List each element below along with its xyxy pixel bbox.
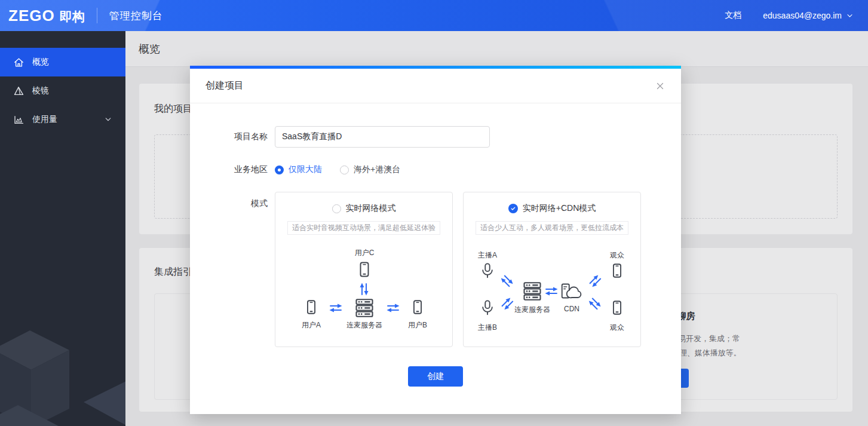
modal-header: 创建项目	[190, 69, 681, 103]
mode-description: 适合实时音视频互动场景，满足超低延迟体验	[287, 221, 440, 235]
account-email: edusaas04@zego.im	[763, 11, 842, 20]
phone-icon	[609, 262, 625, 279]
mode-row: 模式 实时网络模式 适合实时音视频互动场景，满足超低延迟体验 用户C	[214, 192, 657, 347]
sidebar-item-usage[interactable]: 使用量	[0, 105, 125, 134]
double-arrow-icon	[329, 301, 343, 315]
diagram-label-hostA: 主播A	[478, 250, 497, 260]
diagram-label-audience-bottom: 观众	[610, 323, 624, 333]
sidebar-item-prism[interactable]: 棱镜	[0, 76, 125, 105]
page-header: 概览	[125, 31, 868, 67]
project-name-row: 项目名称	[214, 126, 657, 148]
double-arrow-icon	[585, 271, 605, 291]
phone-icon	[355, 260, 373, 278]
microphone-icon	[479, 262, 496, 279]
region-row: 业务地区 仅限大陆 海外+港澳台	[214, 164, 657, 175]
zego-logo: ZEGO 即构	[0, 7, 85, 25]
radio-checked-icon	[508, 204, 518, 213]
create-project-modal: 创建项目 项目名称 业务地区 仅限大陆 海外+港澳台 模式	[190, 66, 681, 414]
page-title: 概览	[139, 42, 160, 56]
sidebar-item-label: 概览	[32, 57, 49, 68]
server-icon	[354, 297, 375, 318]
region-label: 业务地区	[214, 164, 268, 175]
modal-title: 创建项目	[206, 79, 244, 92]
topbar-divider	[97, 8, 97, 23]
diagram-label-userA: 用户A	[302, 320, 321, 330]
project-name-label: 项目名称	[214, 131, 268, 142]
radio-selected-icon	[275, 166, 284, 174]
sidebar-item-label: 使用量	[32, 114, 57, 125]
phone-icon	[409, 299, 426, 315]
double-arrow-icon	[544, 284, 559, 298]
diagram-label-cdn: CDN	[564, 305, 579, 313]
docs-link[interactable]: 文档	[725, 10, 741, 21]
topbar: ZEGO 即构 管理控制台 文档 edusaas04@zego.im	[0, 0, 868, 31]
chevron-down-icon	[104, 115, 112, 124]
server-icon	[522, 280, 543, 302]
sidebar-item-label: 棱镜	[32, 85, 49, 96]
close-icon[interactable]	[655, 81, 665, 91]
cdn-cloud-icon	[560, 282, 583, 300]
mode-label: 模式	[214, 192, 268, 209]
usage-chart-icon	[13, 114, 24, 125]
diagram-label-userC: 用户C	[355, 248, 375, 258]
double-arrow-icon	[585, 293, 605, 314]
radio-mainland-only[interactable]: 仅限大陆	[275, 164, 322, 175]
logo-text-en: ZEGO	[8, 7, 55, 25]
diagram-label-audience-top: 观众	[610, 250, 624, 260]
account-menu[interactable]: edusaas04@zego.im	[763, 11, 854, 20]
diagram-label-hostB: 主播B	[478, 323, 497, 333]
double-arrow-icon	[357, 282, 372, 296]
phone-icon	[609, 299, 625, 316]
mode-card-realtime[interactable]: 实时网络模式 适合实时音视频互动场景，满足超低延迟体验 用户C 用户A 连麦服务…	[275, 192, 453, 347]
home-icon	[13, 57, 24, 68]
radio-unselected-icon	[340, 166, 349, 174]
logo-text-cn: 即构	[60, 8, 85, 25]
diagram-label-userB: 用户B	[408, 320, 427, 330]
sidebar: 概览 棱镜 使用量	[0, 31, 125, 426]
mode-card-cdn[interactable]: 实时网络+CDN模式 适合少人互动，多人观看场景，更低拉流成本 主播A 主播B …	[463, 192, 641, 347]
phone-icon	[303, 299, 320, 315]
prism-icon	[13, 85, 24, 97]
diagram-label-server: 连麦服务器	[346, 320, 382, 330]
double-arrow-icon	[386, 301, 400, 315]
sidebar-item-overview[interactable]: 概览	[0, 48, 125, 76]
radio-overseas[interactable]: 海外+港澳台	[340, 164, 400, 175]
sidebar-cube-decoration	[0, 292, 125, 426]
chevron-down-icon	[846, 12, 854, 20]
create-button[interactable]: 创建	[408, 366, 463, 387]
radio-unselected-icon	[332, 204, 341, 213]
console-title: 管理控制台	[109, 9, 163, 23]
mode-description: 适合少人互动，多人观看场景，更低拉流成本	[476, 221, 628, 235]
microphone-icon	[479, 299, 496, 316]
project-name-input[interactable]	[275, 126, 490, 148]
double-arrow-icon	[497, 271, 517, 291]
diagram-label-server: 连麦服务器	[514, 305, 550, 315]
